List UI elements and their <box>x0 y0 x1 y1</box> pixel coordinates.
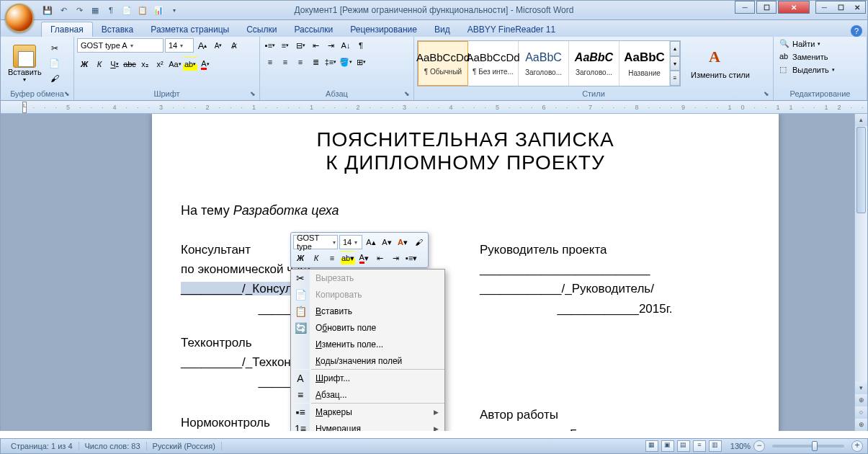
cut-icon[interactable]: ✂ <box>48 41 62 55</box>
paste-button[interactable]: Вставить ▾ <box>4 43 46 84</box>
scroll-up-icon[interactable]: ▴ <box>855 114 867 126</box>
gallery-more-icon[interactable]: ≡ <box>670 71 680 86</box>
styles-dialog-launcher[interactable]: ⬊ <box>762 90 771 99</box>
underline-button[interactable]: Ч ▾ <box>107 57 122 71</box>
mini-grow-icon[interactable]: A▴ <box>364 235 378 249</box>
select-button[interactable]: ⬚Выделить ▾ <box>777 64 864 76</box>
style-heading1[interactable]: AaBbС Заголово... <box>519 41 569 86</box>
line-spacing-button[interactable]: ‡≡▾ <box>323 55 338 69</box>
tab-abbyy[interactable]: ABBYY FineReader 11 <box>459 22 565 37</box>
mini-italic[interactable]: К <box>309 251 323 265</box>
menu-item-шрифт-[interactable]: AШрифт... <box>291 370 444 386</box>
qat-undo-icon[interactable]: ↶ <box>57 4 70 17</box>
clear-format-icon[interactable]: A̷ <box>227 38 241 53</box>
browse-object-icon[interactable]: ○ <box>855 406 867 419</box>
view-draft-icon[interactable]: ▥ <box>709 440 722 452</box>
zoom-in-button[interactable]: + <box>851 440 863 452</box>
format-painter-icon[interactable]: 🖌 <box>48 71 62 86</box>
qat-redo-icon[interactable]: ↷ <box>73 4 86 17</box>
show-marks-button[interactable]: ¶ <box>354 38 368 53</box>
zoom-slider[interactable] <box>772 445 844 448</box>
browse-prev-icon[interactable]: ⊕ <box>855 394 867 406</box>
view-print-icon[interactable]: ▦ <box>645 440 658 452</box>
grow-font-icon[interactable]: A▴ <box>195 38 210 53</box>
help-icon[interactable]: ? <box>851 25 862 37</box>
qat-icon[interactable]: 📄 <box>120 4 133 17</box>
status-words[interactable]: Число слов: 83 <box>79 442 147 450</box>
dec-indent-button[interactable]: ⇤ <box>308 38 323 53</box>
style-title[interactable]: AaBbС Название <box>619 41 670 86</box>
font-name-combo[interactable]: GOST type A▾ <box>77 38 164 53</box>
align-right-button[interactable]: ≡ <box>293 55 308 69</box>
tab-selector[interactable]: L <box>22 102 27 113</box>
menu-item-нумерация[interactable]: 1≡Нумерация▶ <box>291 420 444 431</box>
style-heading2[interactable]: AaBbC Заголово... <box>569 41 619 86</box>
qat-icon[interactable]: ▦ <box>89 4 102 17</box>
inc-indent-button[interactable]: ⇥ <box>323 38 338 53</box>
shading-button[interactable]: 🪣▾ <box>339 55 353 69</box>
mini-center[interactable]: ≡ <box>325 251 339 265</box>
gallery-up-icon[interactable]: ▴ <box>670 41 680 56</box>
view-web-icon[interactable]: ▤ <box>677 440 690 452</box>
clipboard-dialog-launcher[interactable]: ⬊ <box>63 90 71 99</box>
menu-item-изменить-поле-[interactable]: Изменить поле... <box>291 336 444 352</box>
qat-icon[interactable]: 📋 <box>136 4 149 17</box>
style-nospacing[interactable]: AaBbCcDd ¶ Без инте... <box>468 41 519 86</box>
align-center-button[interactable]: ≡ <box>278 55 292 69</box>
gallery-down-icon[interactable]: ▾ <box>670 56 680 71</box>
menu-item-обновить-поле[interactable]: 🔄Обновить поле <box>291 319 444 336</box>
zoom-thumb[interactable] <box>812 441 818 451</box>
mini-styles-icon[interactable]: A▾ <box>395 235 410 249</box>
maximize-button[interactable]: ☐ <box>756 1 777 14</box>
mini-dec-indent[interactable]: ⇤ <box>372 251 387 265</box>
shrink-font-icon[interactable]: A▾ <box>211 38 225 53</box>
mini-bold[interactable]: Ж <box>293 251 308 265</box>
zoom-out-button[interactable]: − <box>753 440 765 452</box>
find-button[interactable]: 🔍Найти ▾ <box>777 38 864 50</box>
replace-button[interactable]: abЗаменить <box>777 51 864 63</box>
status-page[interactable]: Страница: 1 из 4 <box>5 442 79 450</box>
mini-bullets[interactable]: ▪≡▾ <box>404 251 419 265</box>
sort-button[interactable]: A↓ <box>339 38 353 53</box>
subscript-button[interactable]: x₂ <box>138 57 152 71</box>
menu-item-абзац-[interactable]: ≡Абзац... <box>291 386 444 403</box>
bold-button[interactable]: Ж <box>77 57 91 71</box>
mini-highlight[interactable]: ab▾ <box>341 251 355 265</box>
mini-inc-indent[interactable]: ⇥ <box>388 251 403 265</box>
mini-shrink-icon[interactable]: A▾ <box>380 235 394 249</box>
qat-icon[interactable]: ¶ <box>104 4 117 17</box>
paragraph-dialog-launcher[interactable]: ⬊ <box>403 90 411 99</box>
inner-window-controls[interactable]: ─☐✕ <box>815 1 866 14</box>
font-color-button[interactable]: A▾ <box>198 57 212 71</box>
view-reading-icon[interactable]: ▣ <box>661 440 674 452</box>
strike-button[interactable]: abc <box>122 57 137 71</box>
minimize-button[interactable]: ─ <box>735 1 755 14</box>
zoom-value[interactable]: 130% <box>730 442 751 450</box>
numbering-button[interactable]: ≡▾ <box>278 38 292 53</box>
view-outline-icon[interactable]: ≡ <box>693 440 706 452</box>
qat-icon[interactable]: 📊 <box>152 4 165 17</box>
scroll-thumb[interactable] <box>856 127 866 213</box>
tab-view[interactable]: Вид <box>426 22 459 37</box>
change-styles-button[interactable]: A Изменить стили <box>686 46 754 81</box>
menu-item-вставить[interactable]: 📋Вставить <box>291 303 444 319</box>
bullets-button[interactable]: ▪≡▾ <box>263 38 277 53</box>
document-page[interactable]: ПОЯСНИТЕЛЬНАЯ ЗАПИСКА К ДИПЛОМНОМУ ПРОЕК… <box>152 114 779 431</box>
copy-icon[interactable]: 📄 <box>48 56 62 71</box>
tab-review[interactable]: Рецензирование <box>341 22 426 37</box>
browse-next-icon[interactable]: ⊕ <box>855 419 867 431</box>
mini-fontcolor[interactable]: A▾ <box>357 251 371 265</box>
horizontal-ruler[interactable]: L ···5···4···3···2···1····1···2···3···4·… <box>0 101 868 114</box>
menu-item-маркеры[interactable]: ▪≡Маркеры▶ <box>291 404 444 420</box>
change-case-button[interactable]: Aa▾ <box>168 57 182 71</box>
qat-dropdown-icon[interactable]: ▾ <box>168 4 181 17</box>
tab-references[interactable]: Ссылки <box>238 22 285 37</box>
tab-home[interactable]: Главная <box>41 22 93 37</box>
superscript-button[interactable]: x² <box>153 57 167 71</box>
status-language[interactable]: Русский (Россия) <box>147 442 222 450</box>
mini-painter-icon[interactable]: 🖌 <box>411 235 426 249</box>
justify-button[interactable]: ≣ <box>308 55 323 69</box>
multilevel-button[interactable]: ⊟▾ <box>293 38 308 53</box>
mini-font-combo[interactable]: GOST type▾ <box>293 235 338 249</box>
menu-item-коды-значения-полей[interactable]: Коды/значения полей <box>291 352 444 369</box>
